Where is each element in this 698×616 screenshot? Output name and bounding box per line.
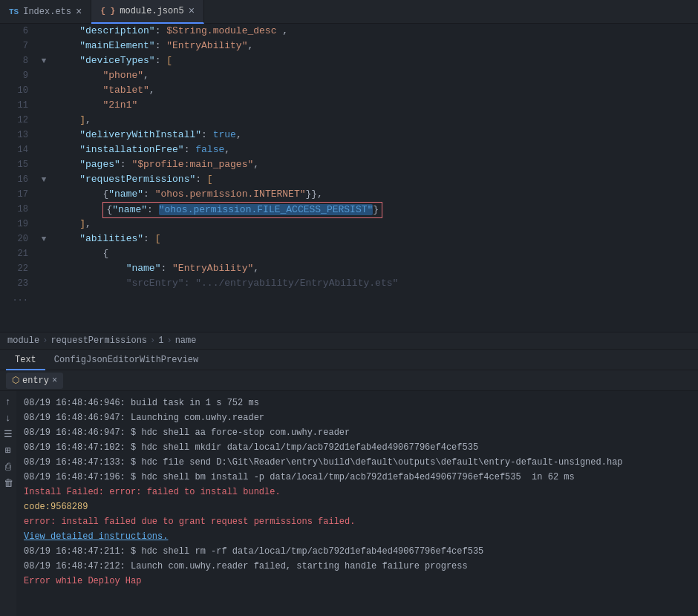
output-line-1: 08/19 16:48:46:946: build task in 1 s 75… [24,396,691,410]
tab-bar: TS Index.ets × { } module.json5 × [0,0,698,24]
line-num-11: 11 [0,98,37,113]
toolbar-print[interactable]: ⎙ [1,459,16,474]
line-num-14: 14 [0,142,37,157]
line-num-6: 6 [0,24,37,39]
code-line-11: "2in1" [56,98,698,113]
line-num-8: 8 [0,53,37,68]
line-num-17: 17 [0,187,37,202]
gutter-11 [37,98,50,113]
output-line-9: error: install failed due to grant reque… [24,514,691,529]
bottom-tab-configjson[interactable]: ConfigJsonEditorWithPreview [45,350,207,370]
line-num-10: 10 [0,83,37,98]
tab-module-json5[interactable]: { } module.json5 × [91,0,204,24]
line-num-23: 23 [0,276,37,291]
terminal-header: ⬡ entry × [0,370,698,391]
tab-label-index-ets: Index.ets [23,7,71,17]
code-line-16: "requestPermissions": [ [56,172,698,187]
breadcrumb-module: module [7,335,39,346]
gutter-21 [37,246,50,261]
output-line-8: code:9568289 [24,499,691,514]
line-numbers: 6 7 8 9 10 11 12 13 14 15 16 17 18 19 20… [0,24,37,332]
output-line-10[interactable]: View detailed instructions. [24,529,691,544]
line-num-7: 7 [0,39,37,53]
bottom-section: ⬡ entry × ↑ ↓ ☰ ⊞ ⎙ 🗑 08/19 16:48:46:946… [0,370,698,616]
gutter-16-fold[interactable]: ▼ [37,172,50,187]
editor-area: 6 7 8 9 10 11 12 13 14 15 16 17 18 19 20… [0,24,698,332]
breadcrumb-name: name [175,335,197,346]
output-line-2: 08/19 16:48:46:947: Launching com.uwhy.r… [24,410,691,425]
line-num-19: 19 [0,217,37,232]
line-num-16: 16 [0,172,37,187]
bottom-tab-text-label: Text [15,355,36,365]
code-line-18: {"name": "ohos.permission.FILE_ACCESS_PE… [56,202,698,217]
entry-icon: ⬡ [12,375,19,386]
toolbar-filter[interactable]: ⊞ [1,443,16,458]
gutter-20-fold[interactable]: ▼ [37,232,50,246]
terminal-entry-label: entry [22,376,49,386]
code-line-13: "deliveryWithInstall": true, [56,128,698,142]
tab-index-ets[interactable]: TS Index.ets × [0,0,91,24]
terminal-entry-close[interactable]: × [52,376,57,386]
tab-close-module-json5[interactable]: × [189,6,195,16]
view-instructions-link[interactable]: View detailed instructions. [24,531,168,542]
ts-icon: TS [9,7,19,16]
gutter-13 [37,128,50,142]
line-num-24: ... [0,291,37,306]
line-num-21: 21 [0,246,37,261]
json-icon: { } [100,7,115,16]
left-toolbar: ↑ ↓ ☰ ⊞ ⎙ 🗑 [0,391,16,616]
line-num-13: 13 [0,128,37,142]
gutter-24 [37,291,50,306]
bottom-tab-text[interactable]: Text [6,350,45,370]
gutter-12 [37,113,50,128]
line-num-22: 22 [0,261,37,276]
code-line-19: ], [56,217,698,232]
output-line-6: 08/19 16:48:47:196: $ hdc shell bm insta… [24,470,691,485]
gutter-8-fold[interactable]: ▼ [37,53,50,68]
code-line-15: "pages": "$profile:main_pages", [56,157,698,172]
line-num-9: 9 [0,68,37,83]
gutter-10 [37,83,50,98]
gutter-15 [37,157,50,172]
gutter-17 [37,187,50,202]
breadcrumb-requestpermissions: requestPermissions [50,335,147,346]
toolbar-up[interactable]: ↑ [1,394,16,409]
gutter-18 [37,202,50,217]
code-line-23: "srcEntry": ".../entryability/EntryAbili… [56,276,698,291]
code-content[interactable]: "description": $String.module_desc , "ma… [50,24,698,332]
bottom-tab-configjson-label: ConfigJsonEditorWithPreview [54,355,198,365]
code-line-9: "phone", [56,68,698,83]
output-line-5: 08/19 16:48:47:133: $ hdc file send D:\G… [24,455,691,470]
gutter-22 [37,261,50,276]
toolbar-delete[interactable]: 🗑 [1,476,16,491]
gutter-14 [37,142,50,157]
code-line-21: { [56,246,698,261]
output-line-4: 08/19 16:48:47:102: $ hdc shell mkdir da… [24,440,691,455]
code-line-8: "deviceTypes": [ [56,53,698,68]
gutter-9 [37,68,50,83]
code-line-12: ], [56,113,698,128]
code-line-17: {"name": "ohos.permission.INTERNET"}}, [56,187,698,202]
output-line-12: 08/19 16:48:47:212: Launch com.uwhy.read… [24,559,691,574]
breadcrumb-1: 1 [158,335,163,346]
terminal-entry-tab[interactable]: ⬡ entry × [6,373,63,389]
output-content: 08/19 16:48:46:946: build task in 1 s 75… [16,391,698,616]
toolbar-down[interactable]: ↓ [1,410,16,425]
code-line-6: "description": $String.module_desc , [56,24,698,39]
output-line-3: 08/19 16:48:46:947: $ hdc shell aa force… [24,425,691,440]
breadcrumb-sep-2: › [150,335,155,346]
gutter-7 [37,39,50,53]
tab-close-index-ets[interactable]: × [76,7,82,17]
code-line-10: "tablet", [56,83,698,98]
breadcrumb-sep-3: › [166,335,172,346]
toolbar-list[interactable]: ☰ [1,427,16,442]
line-num-12: 12 [0,113,37,128]
line-num-15: 15 [0,157,37,172]
output-line-11: 08/19 16:48:47:211: $ hdc shell rm -rf d… [24,544,691,559]
gutter-6 [37,24,50,39]
breadcrumb: module › requestPermissions › 1 › name [0,332,698,350]
bottom-panel-tabs: Text ConfigJsonEditorWithPreview [0,350,698,370]
breadcrumb-sep-1: › [42,335,48,346]
code-line-7: "mainElement": "EntryAbility", [56,39,698,53]
gutter: ▼ ▼ ▼ [37,24,50,332]
